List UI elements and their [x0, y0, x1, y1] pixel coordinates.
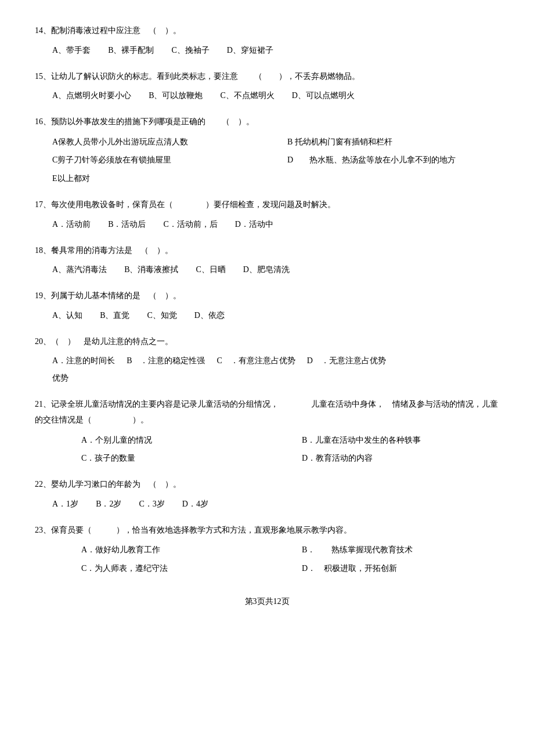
- option-16-e: E以上都对: [52, 170, 264, 187]
- option-14-d: D、穿短裙子: [227, 42, 273, 59]
- question-22: 22、婴幼儿学习漱口的年龄为 （ ）。 A．1岁 B．2岁 C．3岁 D．4岁: [35, 477, 499, 512]
- option-16-b: B 托幼机构门窗有插销和栏杆: [287, 133, 499, 150]
- option-21-a: A．个别儿童的情况: [81, 432, 279, 448]
- option-20-c: C ．有意注意占优势: [217, 353, 295, 369]
- question-18: 18、餐具常用的消毒方法是 （ ）。 A、蒸汽消毒法 B、消毒液擦拭 C、日晒 …: [35, 243, 499, 278]
- exam-content: 14、配制消毒液过程中应注意 （ ）。 A、带手套 B、裸手配制 C、挽袖子 D…: [35, 23, 499, 609]
- option-19-b: B、直觉: [100, 308, 129, 324]
- option-16-a: A保教人员带小儿外出游玩应点清人数: [52, 133, 264, 150]
- option-18-d: D、肥皂清洗: [243, 262, 290, 278]
- option-16-c: C剪子刀针等必须放在有锁抽屉里: [52, 151, 264, 168]
- question-23: 23、保育员要（ ），恰当有效地选择教学方式和方法，直观形象地展示教学内容。 A…: [35, 523, 499, 577]
- option-21-d: D．教育活动的内容: [302, 450, 499, 466]
- question-17-text: 17、每次使用电教设备时，保育员在（ ）要仔细检查，发现问题及时解决。: [35, 197, 499, 213]
- question-21-row-2: C．孩子的数量 D．教育活动的内容: [52, 450, 499, 466]
- option-19-c: C、知觉: [147, 308, 176, 324]
- question-16-text: 16、预防以外事故发生的措施下列哪项是正确的 （ ）。: [35, 114, 499, 130]
- question-16: 16、预防以外事故发生的措施下列哪项是正确的 （ ）。 A保教人员带小儿外出游玩…: [35, 114, 499, 187]
- option-19-a: A、认知: [52, 308, 82, 324]
- option-15-b: B、可以放鞭炮: [149, 88, 203, 104]
- question-14: 14、配制消毒液过程中应注意 （ ）。 A、带手套 B、裸手配制 C、挽袖子 D…: [35, 23, 499, 59]
- option-20-d: D ．无意注意占优势: [307, 353, 386, 369]
- question-21-text: 21、记录全班儿童活动情况的主要内容是记录儿童活动的分组情况， 儿童在活动中身体…: [35, 397, 499, 428]
- option-15-a: A、点燃明火时要小心: [52, 88, 131, 104]
- option-23-d: D． 积极进取，开拓创新: [302, 560, 499, 577]
- question-17-options: A．活动前 B．活动后 C．活动前，后 D．活动中: [52, 216, 499, 233]
- question-16-options: A保教人员带小儿外出游玩应点清人数 B 托幼机构门窗有插销和栏杆 C剪子刀针等必…: [52, 133, 499, 187]
- question-20-text: 20、（ ） 是幼儿注意的特点之一。: [35, 334, 499, 350]
- option-20-abcd: A．注意的时间长 B ．注意的稳定性强 C ．有意注意占优势 D ．无意注意占优…: [52, 353, 499, 369]
- question-19: 19、列属于幼儿基本情绪的是 （ ）。 A、认知 B、直觉 C、知觉 D、依恋: [35, 288, 499, 324]
- question-23-text: 23、保育员要（ ），恰当有效地选择教学方式和方法，直观形象地展示教学内容。: [35, 523, 499, 538]
- question-14-options: A、带手套 B、裸手配制 C、挽袖子 D、穿短裙子: [52, 42, 499, 59]
- question-22-text: 22、婴幼儿学习漱口的年龄为 （ ）。: [35, 477, 499, 493]
- question-23-row-2: C．为人师表，遵纪守法 D． 积极进取，开拓创新: [52, 560, 499, 577]
- option-15-d: D、可以点燃明火: [292, 88, 355, 104]
- question-16-row-1: A保教人员带小儿外出游玩应点清人数 B 托幼机构门窗有插销和栏杆: [52, 133, 499, 150]
- option-15-c: C、不点燃明火: [220, 88, 274, 104]
- question-21-options: A．个别儿童的情况 B．儿童在活动中发生的各种轶事 C．孩子的数量 D．教育活动…: [52, 432, 499, 467]
- option-19-d: D、依恋: [194, 308, 225, 324]
- question-20-options: A．注意的时间长 B ．注意的稳定性强 C ．有意注意占优势 D ．无意注意占优…: [52, 353, 499, 386]
- question-22-options: A．1岁 B．2岁 C．3岁 D．4岁: [52, 496, 499, 512]
- question-15: 15、让幼儿了解认识防火的标志。看到此类标志，要注意 （ ），不丢弃易燃物品。 …: [35, 69, 499, 104]
- question-19-options: A、认知 B、直觉 C、知觉 D、依恋: [52, 308, 499, 324]
- option-22-b: B．2岁: [96, 496, 121, 512]
- option-22-a: A．1岁: [52, 496, 78, 512]
- option-18-a: A、蒸汽消毒法: [52, 262, 107, 278]
- question-21-row-1: A．个别儿童的情况 B．儿童在活动中发生的各种轶事: [52, 432, 499, 448]
- page-number: 第3页共12页: [35, 594, 499, 609]
- question-15-text: 15、让幼儿了解认识防火的标志。看到此类标志，要注意 （ ），不丢弃易燃物品。: [35, 69, 499, 85]
- option-14-a: A、带手套: [52, 42, 91, 59]
- option-21-b: B．儿童在活动中发生的各种轶事: [302, 432, 499, 448]
- option-14-c: C、挽袖子: [171, 42, 209, 59]
- option-20-a: A．注意的时间长: [52, 353, 115, 369]
- question-23-row-1: A．做好幼儿教育工作 B． 熟练掌握现代教育技术: [52, 541, 499, 558]
- option-17-b: B．活动后: [108, 216, 146, 233]
- question-23-options: A．做好幼儿教育工作 B． 熟练掌握现代教育技术 C．为人师表，遵纪守法 D． …: [52, 541, 499, 577]
- question-14-text: 14、配制消毒液过程中应注意 （ ）。: [35, 23, 499, 39]
- option-23-a: A．做好幼儿教育工作: [81, 541, 279, 558]
- option-17-d: D．活动中: [235, 216, 273, 233]
- question-18-options: A、蒸汽消毒法 B、消毒液擦拭 C、日晒 D、肥皂清洗: [52, 262, 499, 278]
- option-18-b: B、消毒液擦拭: [124, 262, 178, 278]
- question-17: 17、每次使用电教设备时，保育员在（ ）要仔细检查，发现问题及时解决。 A．活动…: [35, 197, 499, 233]
- option-16-d: D 热水瓶、热汤盆等放在小儿拿不到的地方: [287, 151, 499, 168]
- option-22-c: C．3岁: [139, 496, 164, 512]
- option-18-c: C、日晒: [196, 262, 225, 278]
- question-20: 20、（ ） 是幼儿注意的特点之一。 A．注意的时间长 B ．注意的稳定性强 C…: [35, 334, 499, 387]
- option-23-c: C．为人师表，遵纪守法: [81, 560, 279, 577]
- option-22-d: D．4岁: [182, 496, 208, 512]
- option-14-b: B、裸手配制: [108, 42, 154, 59]
- option-20-d-overflow: 优势: [52, 370, 499, 386]
- question-16-row-2: C剪子刀针等必须放在有锁抽屉里 D 热水瓶、热汤盆等放在小儿拿不到的地方: [52, 151, 499, 168]
- question-15-options: A、点燃明火时要小心 B、可以放鞭炮 C、不点燃明火 D、可以点燃明火: [52, 88, 499, 104]
- option-17-a: A．活动前: [52, 216, 91, 233]
- option-20-b: B ．注意的稳定性强: [127, 353, 205, 369]
- option-23-b: B． 熟练掌握现代教育技术: [302, 541, 499, 558]
- question-19-text: 19、列属于幼儿基本情绪的是 （ ）。: [35, 288, 499, 304]
- question-18-text: 18、餐具常用的消毒方法是 （ ）。: [35, 243, 499, 259]
- option-17-c: C．活动前，后: [163, 216, 217, 233]
- question-16-row-3: E以上都对: [52, 170, 499, 187]
- question-21: 21、记录全班儿童活动情况的主要内容是记录儿童活动的分组情况， 儿童在活动中身体…: [35, 397, 499, 466]
- option-21-c: C．孩子的数量: [81, 450, 279, 466]
